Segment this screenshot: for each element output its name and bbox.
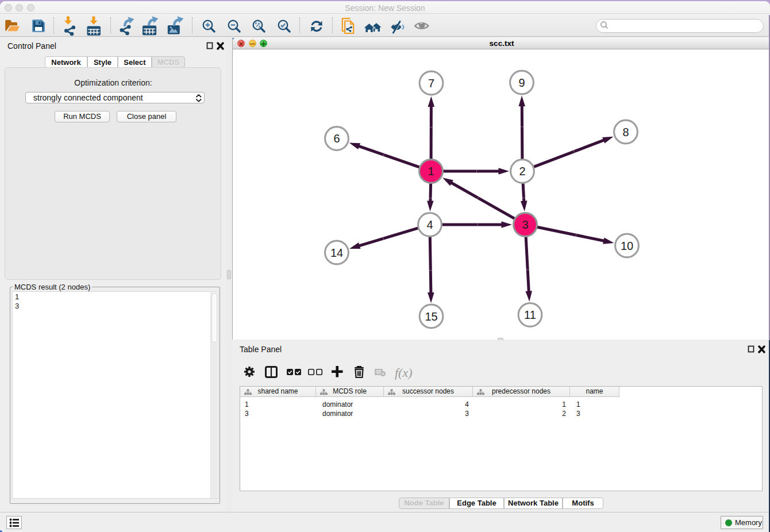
svg-text:9: 9 — [518, 76, 525, 89]
svg-text:14: 14 — [330, 246, 343, 259]
svg-text:1: 1 — [428, 165, 434, 178]
svg-text:7: 7 — [428, 77, 434, 90]
svg-text:11: 11 — [524, 309, 536, 321]
svg-text:6: 6 — [333, 132, 340, 145]
svg-text:2: 2 — [519, 165, 525, 178]
svg-text:10: 10 — [621, 240, 633, 252]
svg-text:8: 8 — [622, 126, 629, 138]
svg-text:3: 3 — [522, 218, 528, 231]
svg-text:4: 4 — [426, 218, 433, 231]
svg-text:15: 15 — [425, 310, 437, 323]
